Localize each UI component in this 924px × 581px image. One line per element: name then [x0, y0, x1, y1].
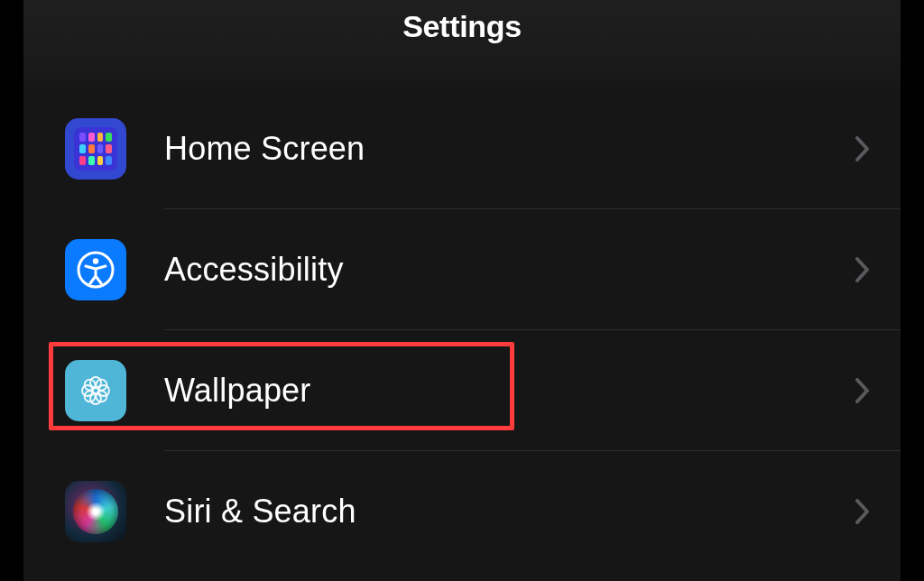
settings-list: Home Screen Accessibility — [23, 88, 901, 572]
settings-row-home-screen[interactable]: Home Screen — [65, 88, 882, 209]
siri-icon — [65, 481, 126, 542]
wallpaper-icon — [65, 360, 126, 421]
chevron-right-icon — [855, 378, 870, 403]
settings-row-label: Wallpaper — [164, 372, 855, 410]
header: Settings — [23, 0, 901, 88]
chevron-right-icon — [855, 136, 870, 161]
settings-row-label: Home Screen — [164, 130, 855, 168]
home-screen-icon — [65, 118, 126, 180]
settings-row-accessibility[interactable]: Accessibility — [65, 209, 882, 330]
settings-row-label: Siri & Search — [164, 493, 855, 530]
settings-row-label: Accessibility — [164, 251, 855, 289]
chevron-right-icon — [855, 499, 870, 524]
settings-screen: Settings Home Screen — [23, 0, 901, 581]
accessibility-icon — [65, 239, 126, 300]
settings-row-wallpaper[interactable]: Wallpaper — [65, 330, 882, 451]
settings-row-siri-search[interactable]: Siri & Search — [65, 451, 882, 572]
svg-point-1 — [93, 258, 98, 263]
chevron-right-icon — [855, 257, 870, 282]
page-title: Settings — [402, 9, 522, 44]
